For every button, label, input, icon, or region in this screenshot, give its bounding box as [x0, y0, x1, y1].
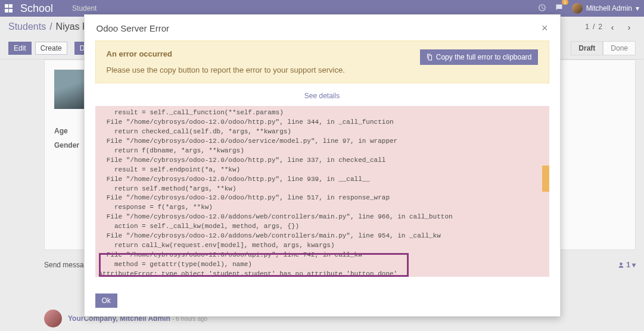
- close-icon[interactable]: ×: [542, 22, 548, 35]
- copy-icon: [426, 54, 433, 61]
- ok-button[interactable]: Ok: [95, 293, 117, 308]
- error-modal: Odoo Server Error × An error occurred Pl…: [84, 14, 561, 317]
- warning-heading: An error occurred: [107, 49, 413, 58]
- warning-panel: An error occurred Please use the copy bu…: [95, 40, 549, 83]
- scrollbar-track[interactable]: [541, 106, 549, 277]
- warning-body: Please use the copy button to report the…: [107, 65, 413, 74]
- copy-error-button[interactable]: Copy the full error to clipboard: [420, 49, 538, 65]
- modal-title: Odoo Server Error: [97, 23, 170, 33]
- traceback-text[interactable]: result = self._call_function(**self.para…: [95, 106, 549, 277]
- modal-overlay: Odoo Server Error × An error occurred Pl…: [0, 0, 644, 331]
- scrollbar-thumb[interactable]: [542, 166, 549, 192]
- see-details-link[interactable]: See details: [95, 83, 549, 106]
- traceback-panel: result = self._call_function(**self.para…: [95, 106, 549, 277]
